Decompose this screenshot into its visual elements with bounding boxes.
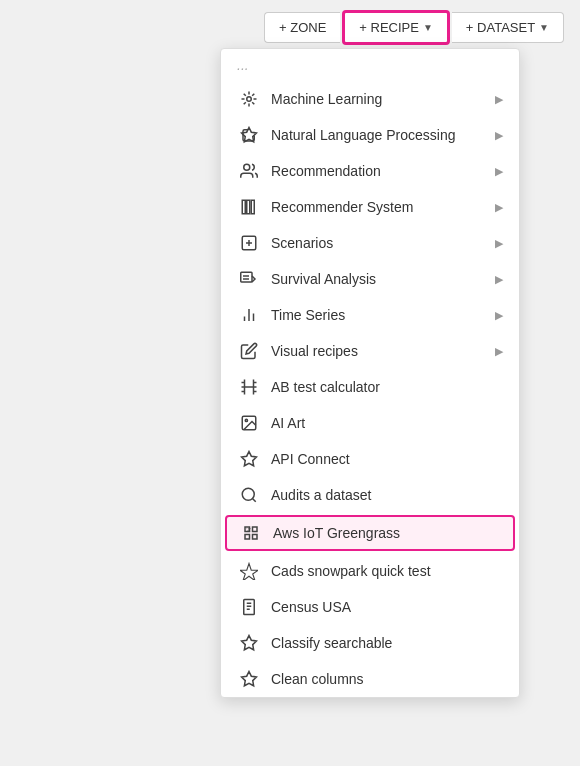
svg-rect-3 bbox=[242, 200, 245, 214]
svg-point-0 bbox=[247, 97, 252, 102]
menu-item-time-series[interactable]: Time Series▶ bbox=[221, 297, 519, 333]
dataset-button[interactable]: + DATASET ▼ bbox=[452, 12, 564, 43]
aws-iot-label: Aws IoT Greengrass bbox=[273, 525, 501, 541]
recommender-system-arrow: ▶ bbox=[495, 201, 503, 214]
audits-dataset-label: Audits a dataset bbox=[271, 487, 503, 503]
survival-analysis-icon bbox=[237, 270, 261, 288]
svg-point-14 bbox=[245, 419, 247, 421]
menu-item-survival-analysis[interactable]: Survival Analysis▶ bbox=[221, 261, 519, 297]
menu-item-census-usa[interactable]: Census USA bbox=[221, 589, 519, 625]
recipe-button[interactable]: + RECIPE ▼ bbox=[342, 10, 450, 45]
survival-analysis-label: Survival Analysis bbox=[271, 271, 491, 287]
menu-item-ab-test[interactable]: AB test calculator bbox=[221, 369, 519, 405]
menu-item-machine-learning[interactable]: Machine Learning▶ bbox=[221, 81, 519, 117]
menu-item-aws-iot[interactable]: 'A'Aws IoT Greengrass bbox=[225, 515, 515, 551]
recommender-system-icon bbox=[237, 198, 261, 216]
aws-iot-icon: 'A' bbox=[239, 524, 263, 542]
clean-columns-icon bbox=[237, 670, 261, 688]
svg-rect-5 bbox=[251, 200, 254, 214]
api-connect-label: API Connect bbox=[271, 451, 503, 467]
svg-line-17 bbox=[252, 498, 255, 501]
ai-art-icon bbox=[237, 414, 261, 432]
recommender-system-label: Recommender System bbox=[271, 199, 491, 215]
recommendation-arrow: ▶ bbox=[495, 165, 503, 178]
menu-item-clean-columns[interactable]: Clean columns bbox=[221, 661, 519, 697]
cads-snowpark-icon bbox=[237, 562, 261, 580]
ab-test-icon bbox=[237, 378, 261, 396]
nlp-arrow: ▶ bbox=[495, 129, 503, 142]
machine-learning-label: Machine Learning bbox=[271, 91, 491, 107]
nlp-icon bbox=[237, 126, 261, 144]
scenarios-arrow: ▶ bbox=[495, 237, 503, 250]
menu-item-visual-recipes[interactable]: Visual recipes▶ bbox=[221, 333, 519, 369]
classify-searchable-icon bbox=[237, 634, 261, 652]
svg-point-2 bbox=[244, 164, 250, 170]
recipe-label: + RECIPE bbox=[359, 20, 419, 35]
time-series-arrow: ▶ bbox=[495, 309, 503, 322]
truncated-indicator: ... bbox=[221, 49, 519, 81]
cads-snowpark-label: Cads snowpark quick test bbox=[271, 563, 503, 579]
recipe-caret: ▼ bbox=[423, 22, 433, 33]
menu-item-audits-dataset[interactable]: Audits a dataset bbox=[221, 477, 519, 513]
svg-rect-4 bbox=[247, 200, 250, 214]
menu-item-scenarios[interactable]: Scenarios▶ bbox=[221, 225, 519, 261]
time-series-icon bbox=[237, 306, 261, 324]
menu-item-api-connect[interactable]: API Connect bbox=[221, 441, 519, 477]
menu-item-ai-art[interactable]: AI Art bbox=[221, 405, 519, 441]
ai-art-label: AI Art bbox=[271, 415, 503, 431]
scenarios-label: Scenarios bbox=[271, 235, 491, 251]
recommendation-icon bbox=[237, 162, 261, 180]
api-connect-icon bbox=[237, 450, 261, 468]
scenarios-icon bbox=[237, 234, 261, 252]
svg-rect-9 bbox=[241, 272, 252, 282]
recipe-dropdown: ... Machine Learning▶Natural Language Pr… bbox=[220, 48, 520, 698]
menu-item-recommender-system[interactable]: Recommender System▶ bbox=[221, 189, 519, 225]
menu-item-classify-searchable[interactable]: Classify searchable bbox=[221, 625, 519, 661]
machine-learning-icon bbox=[237, 90, 261, 108]
census-usa-icon bbox=[237, 598, 261, 616]
classify-searchable-label: Classify searchable bbox=[271, 635, 503, 651]
census-usa-label: Census USA bbox=[271, 599, 503, 615]
clean-columns-label: Clean columns bbox=[271, 671, 503, 687]
machine-learning-arrow: ▶ bbox=[495, 93, 503, 106]
ab-test-label: AB test calculator bbox=[271, 379, 503, 395]
svg-text:'A': 'A' bbox=[247, 528, 252, 533]
nlp-label: Natural Language Processing bbox=[271, 127, 491, 143]
zone-button[interactable]: + ZONE bbox=[264, 12, 340, 43]
audits-dataset-icon bbox=[237, 486, 261, 504]
dataset-caret: ▼ bbox=[539, 22, 549, 33]
survival-analysis-arrow: ▶ bbox=[495, 273, 503, 286]
visual-recipes-arrow: ▶ bbox=[495, 345, 503, 358]
dataset-label: + DATASET bbox=[466, 20, 535, 35]
visual-recipes-label: Visual recipes bbox=[271, 343, 491, 359]
visual-recipes-icon bbox=[237, 342, 261, 360]
menu-item-nlp[interactable]: Natural Language Processing▶ bbox=[221, 117, 519, 153]
menu-item-cads-snowpark[interactable]: Cads snowpark quick test bbox=[221, 553, 519, 589]
dropdown-scroll[interactable]: ... Machine Learning▶Natural Language Pr… bbox=[221, 49, 519, 697]
recommendation-label: Recommendation bbox=[271, 163, 491, 179]
time-series-label: Time Series bbox=[271, 307, 491, 323]
svg-marker-15 bbox=[242, 452, 257, 466]
top-bar: + ZONE + RECIPE ▼ + DATASET ▼ bbox=[248, 0, 580, 55]
svg-point-16 bbox=[242, 488, 254, 500]
menu-item-recommendation[interactable]: Recommendation▶ bbox=[221, 153, 519, 189]
